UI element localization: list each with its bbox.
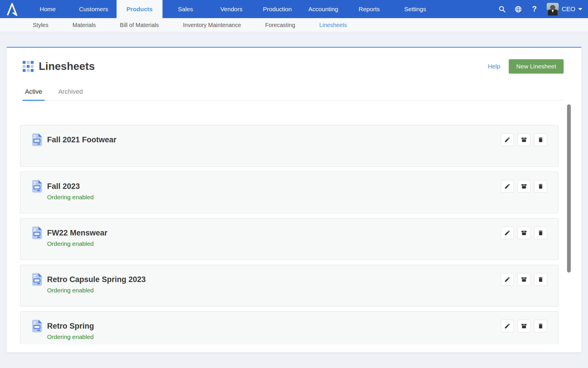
tab-active[interactable]: Active [23, 88, 45, 100]
nav-item-settings[interactable]: Settings [392, 0, 438, 18]
linesheet-name[interactable]: FW22 Menswear [47, 226, 107, 240]
search-icon[interactable] [498, 5, 506, 13]
scrollbar-thumb[interactable] [567, 104, 571, 273]
trash-icon [537, 276, 544, 283]
linesheet-status: Ordering enabled [47, 240, 107, 247]
row-actions [501, 319, 547, 332]
top-nav: HomeCustomersProductsSalesVendorsProduct… [0, 0, 588, 18]
row-text: Retro Capsule Spring 2023 Ordering enabl… [47, 273, 146, 294]
subnav-item-forecasting[interactable]: Forecasting [253, 22, 307, 28]
edit-button[interactable] [501, 133, 514, 146]
pencil-icon [504, 323, 510, 329]
linesheet-row[interactable]: Fall 2023 Ordering enabled [20, 172, 558, 213]
archive-box-icon [521, 137, 527, 143]
delete-button[interactable] [534, 227, 547, 239]
linesheet-status: Ordering enabled [47, 194, 94, 201]
delete-button[interactable] [534, 133, 547, 146]
row-text: Fall 2021 Footwear [47, 133, 117, 147]
linesheet-document-icon [31, 133, 43, 147]
row-actions [501, 179, 547, 193]
row-actions [501, 226, 547, 239]
archive-button[interactable] [517, 320, 531, 332]
pencil-icon [504, 230, 510, 236]
archive-button[interactable] [517, 180, 531, 193]
help-link[interactable]: Help [488, 63, 500, 70]
subnav-item-materials[interactable]: Materials [60, 22, 108, 28]
nav-right: ? CEO [498, 3, 588, 16]
pencil-icon [504, 137, 510, 143]
nav-item-customers[interactable]: Customers [71, 0, 117, 18]
user-role-label: CEO [562, 5, 575, 13]
row-text: FW22 Menswear Ordering enabled [47, 226, 107, 247]
page-title: Linesheets [39, 60, 95, 72]
page-body: Linesheets Help New Linesheet ActiveArch… [0, 32, 588, 367]
archive-box-icon [521, 183, 527, 189]
linesheet-document-icon [31, 273, 43, 286]
subnav-item-bill-of-materials[interactable]: Bill of Materials [108, 22, 171, 28]
avatar[interactable] [547, 3, 559, 16]
help-icon[interactable]: ? [531, 5, 538, 13]
trash-icon [537, 137, 544, 143]
trash-icon [537, 230, 544, 236]
edit-button[interactable] [501, 273, 514, 286]
linesheet-list: Fall 2021 Footwear [7, 101, 581, 344]
linesheet-name[interactable]: Retro Capsule Spring 2023 [47, 273, 146, 286]
archive-button[interactable] [517, 227, 531, 239]
edit-button[interactable] [501, 180, 514, 193]
app-logo[interactable] [0, 3, 25, 16]
linesheet-status: Ordering enabled [47, 287, 146, 294]
globe-icon[interactable] [514, 5, 522, 13]
linesheet-row[interactable]: Fall 2021 Footwear [20, 125, 558, 167]
delete-button[interactable] [534, 320, 547, 332]
linesheet-document-icon [31, 179, 43, 193]
linesheet-name[interactable]: Fall 2023 [47, 179, 94, 193]
row-actions [501, 133, 547, 146]
products-subnav: StylesMaterialsBill of MaterialsInventor… [0, 18, 588, 32]
archive-button[interactable] [517, 133, 531, 146]
linesheets-grid-icon [23, 61, 34, 72]
linesheet-tabs: ActiveArchived [23, 88, 564, 101]
archive-button[interactable] [517, 273, 531, 286]
nav-item-sales[interactable]: Sales [163, 0, 208, 18]
nav-item-accounting[interactable]: Accounting [300, 0, 346, 18]
linesheet-row[interactable]: Retro Capsule Spring 2023 Ordering enabl… [20, 265, 558, 306]
header-actions: Help New Linesheet [488, 59, 564, 74]
nav-item-production[interactable]: Production [254, 0, 300, 18]
linesheet-name[interactable]: Fall 2021 Footwear [47, 133, 117, 147]
nav-item-home[interactable]: Home [25, 0, 71, 18]
logo-a-icon [6, 3, 18, 16]
edit-button[interactable] [501, 227, 514, 239]
main-nav: HomeCustomersProductsSalesVendorsProduct… [25, 0, 438, 18]
delete-button[interactable] [534, 273, 547, 286]
row-text: Retro Spring Ordering enabled [47, 319, 94, 340]
new-linesheet-button[interactable]: New Linesheet [509, 59, 564, 74]
tab-archived[interactable]: Archived [56, 88, 85, 100]
row-text: Fall 2023 Ordering enabled [47, 179, 94, 201]
user-menu[interactable]: CEO [547, 3, 582, 16]
subnav-item-linesheets[interactable]: Linesheets [307, 22, 359, 28]
row-actions [501, 273, 547, 286]
delete-button[interactable] [534, 180, 547, 193]
linesheet-document-icon [31, 226, 43, 240]
trash-icon [537, 323, 544, 329]
archive-box-icon [521, 230, 527, 236]
nav-item-reports[interactable]: Reports [346, 0, 392, 18]
linesheet-name[interactable]: Retro Spring [47, 319, 94, 333]
subnav-item-styles[interactable]: Styles [21, 22, 60, 28]
card-header: Linesheets Help New Linesheet [7, 48, 581, 74]
pencil-icon [504, 183, 510, 189]
edit-button[interactable] [501, 320, 514, 332]
pencil-icon [504, 276, 510, 283]
nav-item-vendors[interactable]: Vendors [208, 0, 254, 18]
title-wrap: Linesheets [23, 60, 95, 72]
linesheet-row[interactable]: Retro Spring Ordering enabled [20, 311, 558, 344]
linesheet-row[interactable]: FW22 Menswear Ordering enabled [20, 218, 558, 260]
nav-item-products[interactable]: Products [117, 0, 163, 18]
chevron-down-icon [578, 8, 582, 10]
trash-icon [537, 183, 544, 189]
archive-box-icon [521, 276, 527, 283]
archive-box-icon [521, 323, 527, 329]
linesheets-card: Linesheets Help New Linesheet ActiveArch… [7, 47, 581, 352]
linesheet-status: Ordering enabled [47, 334, 94, 340]
subnav-item-inventory-maintenance[interactable]: Inventory Maintenance [171, 22, 253, 28]
